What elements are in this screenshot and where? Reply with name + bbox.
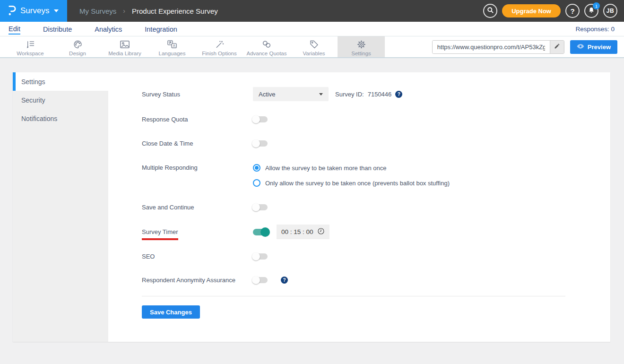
- questionpro-logo-icon: [8, 5, 17, 17]
- survey-status-label: Survey Status: [142, 91, 253, 98]
- gear-icon: [356, 40, 366, 49]
- radio-option-label: Allow the survey to be taken more than o…: [265, 165, 387, 172]
- chevron-down-icon: [319, 93, 323, 95]
- responses-count: Responses: 0: [575, 26, 615, 33]
- save-changes-button[interactable]: Save Changes: [142, 305, 200, 319]
- tab-edit[interactable]: Edit: [9, 23, 20, 35]
- seo-label: SEO: [142, 253, 253, 260]
- multiple-responding-options: Allow the survey to be taken more than o…: [253, 164, 450, 187]
- toggle-knob: [252, 139, 260, 147]
- user-avatar[interactable]: JB: [603, 4, 617, 18]
- survey-url-input[interactable]: [433, 41, 550, 53]
- response-quota-toggle[interactable]: [253, 116, 268, 122]
- sidebar-item-settings[interactable]: Settings: [13, 72, 108, 91]
- main-tabbar: Edit Distribute Analytics Integration Re…: [0, 22, 624, 36]
- toolbar-label: Media Library: [108, 51, 141, 56]
- toggle-knob: [260, 227, 270, 237]
- toolbar-label: Advance Quotas: [246, 51, 286, 56]
- sidebar-item-security[interactable]: Security: [13, 91, 108, 109]
- tab-integration[interactable]: Integration: [145, 24, 177, 34]
- eye-icon: [577, 43, 584, 51]
- toggle-knob: [252, 276, 260, 284]
- survey-timer-input[interactable]: 00 : 15 : 00: [277, 225, 329, 239]
- links-icon: [261, 40, 272, 49]
- toolbar-right-group: Preview: [432, 36, 617, 57]
- search-icon: [487, 7, 494, 16]
- question-mark-icon: ?: [570, 7, 574, 15]
- seo-toggle[interactable]: [253, 253, 268, 260]
- preview-button[interactable]: Preview: [570, 40, 617, 54]
- survey-timer-label: Survey Timer: [142, 228, 253, 235]
- breadcrumb: My Surveys › Product Experience Survey: [79, 7, 218, 15]
- close-date-label: Close Date & Time: [142, 140, 253, 147]
- anonymity-help-icon[interactable]: ?: [281, 277, 288, 284]
- notifications-button[interactable]: 1: [584, 4, 598, 18]
- toolbar-item-design[interactable]: Design /* placeholder removed */: [54, 36, 101, 57]
- tab-analytics[interactable]: Analytics: [95, 24, 122, 34]
- seo-row: SEO: [142, 253, 610, 260]
- radio-unselected-icon[interactable]: [253, 179, 260, 187]
- radio-option-label: Only allow the survey to be taken once (…: [265, 180, 450, 187]
- settings-sidebar: Settings Security Notifications: [13, 72, 108, 342]
- settings-card: Settings Security Notifications Survey S…: [13, 72, 610, 342]
- toggle-knob: [252, 115, 260, 123]
- notification-badge: 1: [593, 2, 600, 9]
- toggle-knob: [252, 203, 260, 211]
- toggle-knob: [252, 252, 260, 260]
- help-button[interactable]: ?: [565, 4, 580, 18]
- tab-distribute[interactable]: Distribute: [43, 24, 72, 34]
- clock-icon: [317, 227, 325, 236]
- toolbar-item-finish-options[interactable]: Finish Options: [196, 36, 243, 57]
- sidebar-item-notifications[interactable]: Notifications: [13, 109, 108, 128]
- top-header: Surveys My Surveys › Product Experience …: [0, 0, 624, 22]
- toolbar-label: Languages: [159, 51, 186, 56]
- survey-status-select[interactable]: Active: [253, 87, 329, 101]
- response-quota-label: Response Quota: [142, 116, 253, 123]
- anonymity-label: Respondent Anonymity Assurance: [142, 277, 253, 284]
- app-menu-label: Surveys: [20, 6, 49, 16]
- multiple-responding-row: Multiple Responding Allow the survey to …: [142, 164, 610, 187]
- close-date-toggle[interactable]: [253, 140, 268, 147]
- radio-option-multiple[interactable]: Allow the survey to be taken more than o…: [253, 164, 450, 172]
- upgrade-now-button[interactable]: Upgrade Now: [502, 4, 561, 17]
- survey-status-row: Survey Status Active Survey ID: 7150446 …: [142, 87, 610, 101]
- palette-icon: [73, 40, 83, 49]
- survey-url-group: [432, 40, 564, 54]
- chevron-down-icon: [54, 9, 59, 12]
- survey-timer-toggle[interactable]: [253, 229, 269, 235]
- survey-id-help-icon[interactable]: ?: [395, 91, 402, 98]
- workspace-icon: [26, 40, 35, 49]
- save-continue-row: Save and Continue: [142, 204, 610, 211]
- response-quota-row: Response Quota: [142, 116, 610, 123]
- svg-text:A: A: [173, 43, 175, 48]
- tag-icon: [309, 40, 319, 49]
- anonymity-row: Respondent Anonymity Assurance ?: [142, 277, 610, 284]
- survey-timer-row: Survey Timer 00 : 15 : 00: [142, 225, 610, 239]
- survey-id-label: Survey ID:: [335, 91, 364, 98]
- image-icon: [120, 40, 130, 49]
- toolbar-label: Workspace: [17, 51, 43, 56]
- toolbar-label: Settings: [351, 51, 371, 56]
- preview-label: Preview: [588, 43, 611, 51]
- survey-timer-value: 00 : 15 : 00: [281, 228, 313, 235]
- radio-option-once[interactable]: Only allow the survey to be taken once (…: [253, 179, 450, 187]
- breadcrumb-parent[interactable]: My Surveys: [79, 7, 116, 15]
- search-button[interactable]: [483, 4, 497, 18]
- settings-form: Survey Status Active Survey ID: 7150446 …: [108, 72, 610, 342]
- save-continue-toggle[interactable]: [253, 204, 268, 210]
- toolbar-label: Finish Options: [202, 51, 237, 56]
- toolbar-item-media-library[interactable]: Media Library: [101, 36, 148, 57]
- toolbar-item-workspace[interactable]: Workspace: [7, 36, 54, 57]
- close-date-row: Close Date & Time: [142, 140, 610, 147]
- toolbar-item-advance-quotas[interactable]: Advance Quotas: [243, 36, 290, 57]
- app-switcher[interactable]: Surveys: [0, 0, 67, 22]
- anonymity-toggle[interactable]: [253, 277, 268, 283]
- edit-toolbar: Workspace Design /* placeholder removed …: [0, 36, 624, 58]
- edit-url-button[interactable]: [550, 41, 564, 53]
- radio-selected-icon[interactable]: [253, 164, 260, 172]
- form-divider: [142, 296, 565, 296]
- survey-status-value: Active: [259, 91, 275, 98]
- toolbar-item-languages[interactable]: A Languages: [148, 36, 196, 57]
- toolbar-item-settings[interactable]: Settings: [338, 36, 385, 57]
- toolbar-item-variables[interactable]: Variables: [290, 36, 338, 57]
